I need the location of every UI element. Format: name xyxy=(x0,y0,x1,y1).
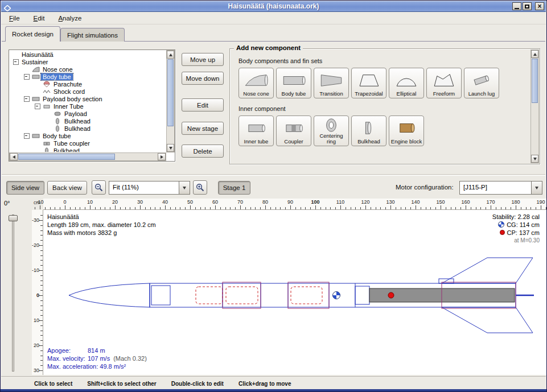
tree-item-parachute[interactable]: Parachute xyxy=(10,80,166,88)
menu-file[interactable]: File xyxy=(8,14,21,23)
add-engine-block-button[interactable]: Engine block xyxy=(389,115,424,146)
window-controls: × xyxy=(512,2,544,10)
scrollbar-thumb[interactable] xyxy=(532,59,538,103)
minimize-icon xyxy=(515,8,519,9)
tree-item-label: Bulkhead xyxy=(52,147,81,152)
status-hint-click-drag-to-move: Click+drag to move xyxy=(238,381,291,387)
elliptical-icon xyxy=(394,69,419,91)
arrow-right-icon xyxy=(161,155,163,159)
add-body-tube-button[interactable]: Body tube xyxy=(276,68,311,98)
move-down-button[interactable]: Move down xyxy=(182,72,224,85)
delete-button[interactable]: Delete xyxy=(182,145,224,158)
tree-item-haisun-t[interactable]: Haisunäätä xyxy=(10,51,166,58)
chevron-down-icon xyxy=(535,187,538,189)
maximize-icon xyxy=(525,5,529,9)
close-button[interactable]: × xyxy=(535,2,544,10)
maximize-button[interactable] xyxy=(523,2,532,10)
scroll-up-button[interactable] xyxy=(167,51,174,59)
tile-label: Body tube xyxy=(282,91,306,97)
stage-1-toggle[interactable]: Stage 1 xyxy=(218,181,250,195)
section-label-inner-component: Inner component xyxy=(238,105,526,112)
tree-vertical-scrollbar[interactable] xyxy=(166,50,175,152)
motor-configuration-combo[interactable]: [J115-P] xyxy=(459,181,542,195)
payload-icon xyxy=(52,110,63,117)
tree-item-inner-tube[interactable]: Inner Tube xyxy=(10,102,166,110)
window-title: Haisunäätä (haisunaata.ork) xyxy=(1,2,546,10)
inner-components-shape xyxy=(196,287,322,304)
tree-spacer xyxy=(44,110,52,117)
tree-item-body-tube[interactable]: Body tube xyxy=(10,73,166,80)
add-inner-tube-button[interactable]: Inner tube xyxy=(238,115,274,146)
tree-horizontal-scrollbar[interactable] xyxy=(9,152,166,161)
minimize-button[interactable] xyxy=(512,2,521,10)
tree-item-label: Bulkhead xyxy=(63,118,92,125)
status-bar: Click to selectShift+click to select oth… xyxy=(1,376,546,390)
body-tube-icon xyxy=(31,73,41,80)
zoom-level-combo[interactable]: Fit (11%) xyxy=(109,181,190,195)
add-elliptical-button[interactable]: Elliptical xyxy=(389,68,424,98)
tree-item-label: Haisunäätä xyxy=(20,51,55,58)
move-up-button[interactable]: Move up xyxy=(182,53,224,66)
scrollbar-thumb[interactable] xyxy=(18,154,115,160)
menu-analyze[interactable]: Analyze xyxy=(57,14,83,23)
scroll-down-button[interactable] xyxy=(531,155,538,163)
side-view-button[interactable]: Side view xyxy=(6,181,44,195)
add-freeform-button[interactable]: Freeform xyxy=(426,68,462,98)
tree-item-nose-cone[interactable]: Nose cone xyxy=(10,65,166,73)
scroll-down-button[interactable] xyxy=(167,144,174,152)
add-launch-lug-button[interactable]: Launch lug xyxy=(464,68,499,98)
arrow-left-icon xyxy=(13,155,15,159)
scrollbar-thumb[interactable] xyxy=(167,59,174,126)
menu-edit[interactable]: Edit xyxy=(32,14,46,23)
add-coupler-button[interactable]: Coupler xyxy=(276,115,311,146)
split-divider[interactable] xyxy=(2,174,545,176)
rotation-slider-thumb[interactable] xyxy=(9,215,18,221)
collapse-handle-icon[interactable] xyxy=(23,73,31,80)
tree-item-sustainer[interactable]: Sustainer xyxy=(10,58,166,65)
combo-dropdown-button[interactable] xyxy=(179,181,190,194)
add-centering-ring-button[interactable]: Centering ring xyxy=(314,115,349,146)
new-stage-button[interactable]: New stage xyxy=(182,122,224,135)
tree-item-body-tube[interactable]: Body tube xyxy=(10,132,166,139)
collapse-handle-icon[interactable] xyxy=(12,58,20,65)
tree-item-bulkhead[interactable]: Bulkhead xyxy=(10,147,166,152)
coupler-icon xyxy=(42,140,52,147)
add-trapezoidal-button[interactable]: Trapezoidal xyxy=(351,68,386,98)
tree-item-payload-body-section[interactable]: Payload body section xyxy=(10,95,166,102)
collapse-handle-icon[interactable] xyxy=(34,102,42,110)
rocket-canvas[interactable]: Haisunäätä Length 189 cm, max. diameter … xyxy=(43,210,546,375)
tree-item-shock-cord[interactable]: Shock cord xyxy=(10,88,166,95)
scroll-up-button[interactable] xyxy=(531,50,538,58)
flight-stats: Apogee:814 m Max. velocity:107 m/s(Mach … xyxy=(47,346,147,370)
tile-label: Freeform xyxy=(433,91,455,97)
collapse-handle-icon[interactable] xyxy=(23,132,31,139)
zoom-out-button[interactable] xyxy=(92,180,106,195)
tree-item-payload[interactable]: Payload xyxy=(10,110,166,117)
back-view-button[interactable]: Back view xyxy=(47,181,87,195)
tab-rocket-design[interactable]: Rocket design xyxy=(5,26,60,42)
tree-item-tube-coupler[interactable]: Tube coupler xyxy=(10,139,166,147)
add-transition-button[interactable]: Transition xyxy=(314,68,349,98)
bulkhead-icon xyxy=(42,147,52,152)
add-nose-cone-button[interactable]: Nose cone xyxy=(238,68,274,98)
transition-icon xyxy=(319,69,344,91)
zoom-in-button[interactable] xyxy=(193,180,207,195)
scroll-left-button[interactable] xyxy=(10,153,18,160)
add-bulkhead-button[interactable]: Bulkhead xyxy=(351,115,386,146)
collapse-handle-icon[interactable] xyxy=(23,95,31,102)
title-bar[interactable]: Haisunäätä (haisunaata.ork) × xyxy=(1,1,546,12)
inner-tube-icon xyxy=(244,117,269,139)
tab-flight-simulations[interactable]: Flight simulations xyxy=(60,28,125,42)
rotation-slider-track[interactable] xyxy=(12,214,14,372)
tree-item-bulkhead[interactable]: Bulkhead xyxy=(10,125,166,132)
combo-dropdown-button[interactable] xyxy=(531,181,542,194)
tree-item-label: Body tube xyxy=(41,133,73,139)
scroll-right-button[interactable] xyxy=(158,153,166,160)
edit-button[interactable]: Edit xyxy=(182,98,224,112)
coupler-icon xyxy=(281,117,306,139)
tree-spacer xyxy=(34,80,42,88)
add-panel-scrollbar[interactable] xyxy=(530,49,539,163)
tree-spacer xyxy=(34,139,42,147)
tree-item-bulkhead[interactable]: Bulkhead xyxy=(10,117,166,125)
nose-cone-shape xyxy=(69,283,150,307)
